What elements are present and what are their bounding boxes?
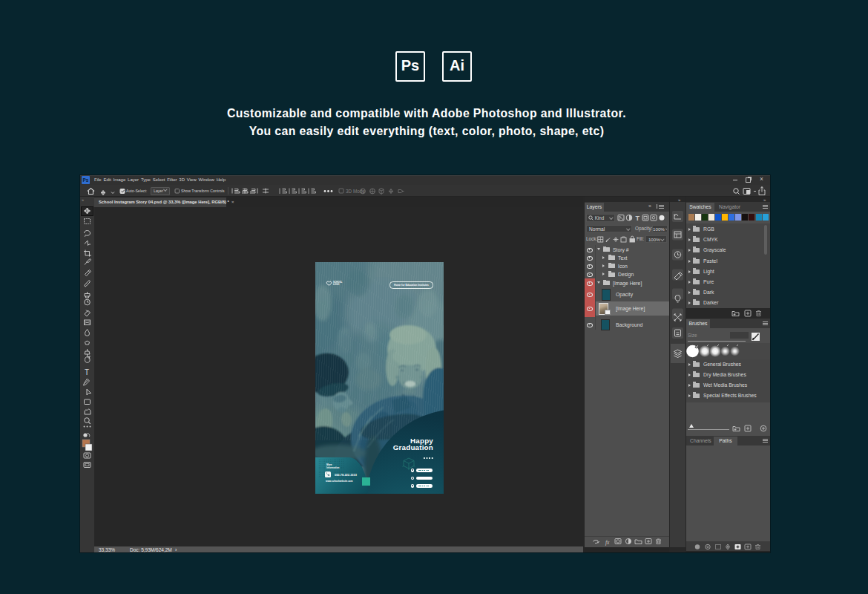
svg-text:T: T [85, 368, 89, 376]
svg-text:fx: fx [605, 539, 610, 546]
svg-text:3D Mode: 3D Mode [346, 189, 365, 194]
svg-text:T: T [636, 215, 640, 222]
